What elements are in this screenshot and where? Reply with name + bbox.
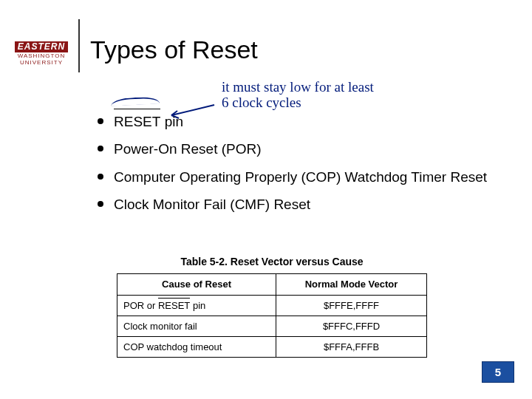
reset-vector-table: Table 5-2. Reset Vector versus Cause Cau… (117, 256, 427, 358)
th-cause: Cause of Reset (117, 274, 276, 296)
table-row: COP watchdog timeout $FFFA,FFFB (117, 336, 427, 357)
cell-cause-1: Clock monitor fail (117, 316, 276, 336)
table-caption: Table 5-2. Reset Vector versus Cause (117, 256, 427, 267)
th-vector: Normal Mode Vector (276, 274, 427, 296)
bullet-1: RESET pin (98, 111, 511, 132)
cell-cause-0: POR or RESET pin (117, 295, 276, 316)
bullet-3: Computer Operating Properly (COP) Watchd… (98, 166, 511, 188)
cell-vector-0: $FFFE,FFFF (276, 295, 427, 316)
cell-cause-2: COP watchdog timeout (117, 336, 276, 357)
reset-overline-word: RESET (114, 111, 160, 132)
slide-number-badge: 5 (482, 361, 514, 383)
logo-bot: UNIVERSITY (10, 60, 72, 66)
annotation-line2: 6 clock cycles (222, 95, 374, 111)
logo-top: EASTERN (15, 41, 68, 52)
cell-vector-1: $FFFC,FFFD (276, 316, 427, 336)
title-divider (78, 19, 80, 72)
logo-mid: WASHINGTON (10, 53, 72, 59)
bullet-list: RESET pin Power-On Reset (POR) Computer … (98, 111, 511, 222)
slide-title: Types of Reset (90, 35, 258, 64)
cell-vector-2: $FFFA,FFFB (276, 336, 427, 357)
table-header-row: Cause of Reset Normal Mode Vector (117, 274, 427, 296)
bullet-4: Clock Monitor Fail (CMF) Reset (98, 194, 511, 215)
institution-logo: EASTERN WASHINGTON UNIVERSITY (10, 40, 72, 66)
bullet-2: Power-On Reset (POR) (98, 138, 511, 160)
handwritten-overline (111, 96, 160, 106)
table-row: Clock monitor fail $FFFC,FFFD (117, 316, 427, 336)
handwritten-annotation: it must stay low for at least 6 clock cy… (222, 80, 374, 111)
table-row: POR or RESET pin $FFFE,FFFF (117, 295, 427, 316)
annotation-line1: it must stay low for at least (222, 80, 374, 95)
